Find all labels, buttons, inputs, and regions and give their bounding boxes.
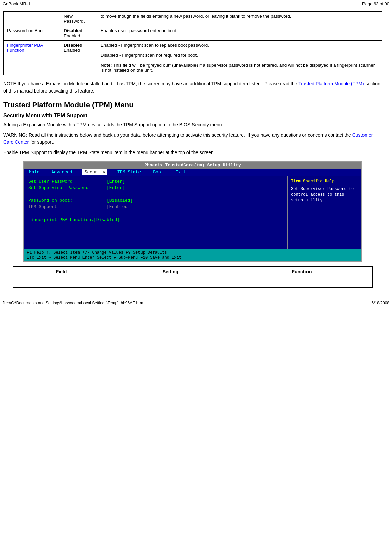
cell-empty2: [110, 277, 231, 288]
bios-main-panel: Set User Password [Enter] Set Supervisor…: [24, 176, 287, 249]
table-row-empty: [13, 277, 373, 288]
top-table: New Password. to move though the fields …: [3, 11, 382, 75]
para1: Adding a Expansion Module with a TPM dev…: [3, 121, 382, 128]
bios-menu-security[interactable]: Security: [82, 169, 107, 175]
footer-path: file://C:\Documents and Settings\harwood…: [3, 301, 143, 305]
col-field: Field: [13, 267, 110, 277]
bios-footer: F1 Help ↑↓ Select Item +/- Change Values…: [24, 249, 361, 261]
bios-menu-tpmstate[interactable]: TPM State: [115, 169, 143, 175]
bios-row-tpm-support: TPM Support [Enabled]: [28, 204, 283, 209]
bios-row-set-supervisor: Set Supervisor Password [Enter]: [28, 185, 283, 190]
cell-password-boot-setting: DisabledEnabled: [60, 26, 97, 41]
bios-menu-advanced[interactable]: Advanced: [49, 169, 74, 175]
bios-footer-row1: F1 Help ↑↓ Select Item +/- Change Values…: [27, 250, 358, 255]
cell-fingerprinter-desc: Enabled - Fingerprint scan to replaces b…: [97, 41, 382, 75]
bios-side-text: Set Supervisor Password to control acces…: [291, 186, 358, 203]
bios-screenshot: Phoenix TrustedCore(tm) Setup Utility Ma…: [23, 161, 362, 262]
header-title: GoBook MR-1: [3, 1, 30, 6]
tpm-link[interactable]: Trusted Platform Module (TPM): [298, 81, 364, 86]
page-header: GoBook MR-1 Page 63 of 90: [0, 0, 392, 8]
bios-title: Phoenix TrustedCore(tm) Setup Utility: [24, 162, 361, 169]
cell-empty: [4, 12, 60, 26]
para2: WARNING: Read all the instructions below…: [3, 132, 382, 146]
table-header-row: Field Setting Function: [13, 267, 373, 277]
bios-menu-exit[interactable]: Exit: [174, 169, 188, 175]
bios-side-panel: Item Specific Help Set Supervisor Passwo…: [287, 176, 361, 249]
cell-empty1: [13, 277, 110, 288]
bios-row-spacer1: [28, 192, 283, 197]
bios-body: Set User Password [Enter] Set Supervisor…: [24, 176, 361, 249]
col-setting: Setting: [110, 267, 231, 277]
customer-care-link[interactable]: Customer Care Center: [3, 132, 373, 145]
cell-password-boot-label: Password on Boot: [4, 26, 60, 41]
bios-menu-main[interactable]: Main: [27, 169, 41, 175]
cell-empty3: [231, 277, 373, 288]
page-footer: file://C:\Documents and Settings\harwood…: [0, 299, 392, 307]
cell-password-boot-desc: Enables user password entry on boot.: [97, 26, 382, 41]
header-page: Page 63 of 90: [362, 1, 389, 6]
footer-date: 6/18/2008: [372, 301, 389, 305]
note-paragraph: NOTE If you have a Expansion Module inst…: [3, 80, 382, 95]
section-heading: Trusted Platform Module (TPM) Menu: [3, 101, 382, 109]
fingerprinter-link[interactable]: Fingerprinter PBA Function: [7, 43, 43, 53]
bios-row-fingerprint: Fingerprint PBA Function:[Disabled]: [28, 217, 283, 222]
bios-side-title: Item Specific Help: [291, 179, 358, 184]
table-row: New Password. to move though the fields …: [4, 12, 382, 26]
table-row: Password on Boot DisabledEnabled Enables…: [4, 26, 382, 41]
bios-row-set-user: Set User Password [Enter]: [28, 179, 283, 184]
main-content: New Password. to move though the fields …: [0, 8, 392, 296]
cell-new-password-label: New Password.: [60, 12, 97, 26]
sub-heading: Security Menu with TPM Support: [3, 113, 382, 119]
bottom-table: Field Setting Function: [13, 266, 373, 288]
cell-fingerprinter-label: Fingerprinter PBA Function: [4, 41, 60, 75]
bios-row-password-boot: Password on boot: [Disabled]: [28, 198, 283, 203]
para3: Enable TPM Support to display the TPM St…: [3, 149, 382, 156]
table-row: Fingerprinter PBA Function DisabledEnabl…: [4, 41, 382, 75]
col-function: Function: [231, 267, 373, 277]
bios-menu-bar: Main Advanced Security TPM State Boot Ex…: [24, 169, 361, 176]
cell-new-password-desc: to move though the fields entering a new…: [97, 12, 382, 26]
cell-fingerprinter-setting: DisabledEnabled: [60, 41, 97, 75]
bios-footer-row2: Esc Exit ↔ Select Menu Enter Select ▶ Su…: [27, 255, 358, 260]
bios-menu-boot[interactable]: Boot: [151, 169, 165, 175]
bios-row-spacer2: [28, 211, 283, 216]
